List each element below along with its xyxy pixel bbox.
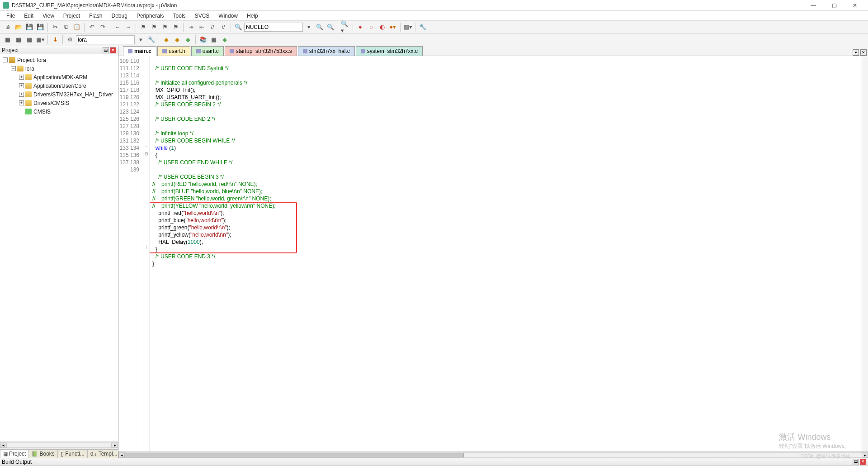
select-packs-icon[interactable]: ◆ [172, 35, 182, 45]
menu-debug[interactable]: Debug [107, 12, 132, 20]
file-tab-main[interactable]: main.c [123, 46, 156, 56]
breakpoint-red-icon[interactable]: ● [355, 22, 365, 32]
scroll-left-icon[interactable]: ◂ [0, 442, 6, 448]
output-pin-icon[interactable]: ⬓ [853, 459, 859, 465]
tree-target[interactable]: −lora [0, 64, 118, 73]
manage-icon[interactable]: ▦ [209, 35, 219, 45]
menu-help[interactable]: Help [242, 12, 263, 20]
tree-project-root[interactable]: −Project: lora [0, 56, 118, 64]
tab-close-icon[interactable]: ✕ [860, 49, 867, 56]
fold-margin[interactable]: −⊟└ [143, 56, 150, 452]
breakpoint-kill-icon[interactable]: ◐ [377, 22, 387, 32]
menu-edit[interactable]: Edit [19, 12, 38, 20]
find-icon[interactable]: 🔍 [233, 22, 243, 32]
tree-folder-haldriver[interactable]: +Drivers/STM32H7xx_HAL_Driver [0, 90, 118, 99]
tab-project[interactable]: ▦ Project [0, 449, 29, 458]
app-icon [3, 2, 9, 9]
save-all-icon[interactable]: 💾 [35, 22, 45, 32]
file-tab-startup[interactable]: startup_stm32h753xx.s [225, 46, 297, 56]
file-tabs: main.c usart.h usart.c startup_stm32h753… [118, 46, 868, 56]
hscroll-thumb[interactable] [125, 453, 464, 457]
editor-vscroll[interactable] [862, 56, 868, 452]
code-editor[interactable]: 109 110 111 112 113 114 115 116 117 118 … [118, 56, 868, 452]
download-icon[interactable]: ⬇ [50, 35, 60, 45]
menu-tools[interactable]: Tools [169, 12, 190, 20]
code-content[interactable]: /* USER CODE END SysInit */ /* Initializ… [150, 56, 868, 452]
menu-view[interactable]: View [38, 12, 59, 20]
comment-icon[interactable]: // [208, 22, 217, 32]
tree-folder-cmsis[interactable]: +Drivers/CMSIS [0, 99, 118, 107]
hscroll-right-icon[interactable]: ▸ [862, 452, 868, 458]
menu-peripherals[interactable]: Peripherals [132, 12, 169, 20]
minimize-button[interactable]: — [803, 0, 824, 10]
redo-icon[interactable]: ↷ [98, 22, 108, 32]
rebuild-icon[interactable]: ▦ [24, 35, 34, 45]
hscroll-left-icon[interactable]: ◂ [118, 452, 125, 458]
cut-icon[interactable]: ✂ [50, 22, 60, 32]
panel-close-icon[interactable]: ✕ [110, 47, 116, 53]
incremental-find-icon[interactable]: 🔍 [326, 22, 335, 32]
outdent-icon[interactable]: ⇤ [197, 22, 207, 32]
find-in-files-icon[interactable]: 🔍 [315, 22, 325, 32]
bookmark-icon[interactable]: ⚑ [138, 22, 148, 32]
file-tab-usart-h[interactable]: usart.h [157, 46, 190, 56]
menu-flash[interactable]: Flash [85, 12, 107, 20]
editor-hscroll[interactable]: ◂ ▸ [118, 452, 868, 458]
panel-pin-icon[interactable]: ⬓ [103, 47, 109, 53]
tree-folder-mdkarm[interactable]: +Application/MDK-ARM [0, 73, 118, 81]
menu-file[interactable]: File [2, 12, 19, 20]
tab-templates[interactable]: 0.↓ Templ... [87, 449, 118, 458]
target-dropdown-icon[interactable]: ▾ [136, 35, 146, 45]
breakpoint-disable-icon[interactable]: ○ [366, 22, 376, 32]
target-options-icon[interactable]: ⚙ [65, 35, 75, 45]
window-layout-icon[interactable]: ▦▾ [403, 22, 413, 32]
scroll-track[interactable] [6, 442, 112, 448]
file-tab-usart-c[interactable]: usart.c [191, 46, 224, 56]
open-file-icon[interactable]: 📂 [14, 22, 24, 32]
tab-dropdown-icon[interactable]: ▾ [853, 49, 859, 56]
tree-folder-usercore[interactable]: +Application/User/Core [0, 81, 118, 90]
target-select[interactable] [76, 35, 135, 44]
batch-build-icon[interactable]: ▦▾ [35, 35, 45, 45]
bookmark-next-icon[interactable]: ⚑ [160, 22, 170, 32]
indent-icon[interactable]: ⇥ [186, 22, 196, 32]
close-button[interactable]: ✕ [844, 0, 865, 10]
line-gutter: 109 110 111 112 113 114 115 116 117 118 … [118, 56, 143, 452]
build-icon[interactable]: ▦ [14, 35, 24, 45]
manage-rtenv-icon[interactable]: ◆ [161, 35, 171, 45]
tab-books[interactable]: 📗 Books [28, 449, 57, 458]
find-input[interactable] [244, 23, 303, 32]
new-file-icon[interactable]: 🗎 [3, 22, 13, 32]
debug-start-icon[interactable]: 🔍▾ [340, 22, 350, 32]
maximize-button[interactable]: ▢ [824, 0, 844, 10]
bookmark-clear-icon[interactable]: ⚑ [171, 22, 181, 32]
uncomment-icon[interactable]: // [218, 22, 228, 32]
menu-project[interactable]: Project [59, 12, 85, 20]
configure-icon[interactable]: 🔧 [418, 22, 428, 32]
project-hscroll[interactable]: ◂ ▸ [0, 442, 118, 448]
menu-svcs[interactable]: SVCS [190, 12, 214, 20]
options-icon[interactable]: 🔧 [146, 35, 156, 45]
paste-icon[interactable]: 📋 [72, 22, 82, 32]
file-tab-hal[interactable]: stm32h7xx_hal.c [298, 46, 355, 56]
books-icon[interactable]: 📚 [198, 35, 208, 45]
project-tree[interactable]: −Project: lora −lora +Application/MDK-AR… [0, 54, 118, 442]
menu-window[interactable]: Window [214, 12, 242, 20]
translate-icon[interactable]: ▦ [3, 35, 13, 45]
pack-installer-icon[interactable]: ◆ [183, 35, 193, 45]
bookmark-prev-icon[interactable]: ⚑ [149, 22, 159, 32]
nav-fwd-icon[interactable]: → [123, 22, 133, 32]
undo-icon[interactable]: ↶ [87, 22, 97, 32]
scroll-right-icon[interactable]: ▸ [112, 442, 118, 448]
tree-cmsis-component[interactable]: CMSIS [0, 107, 118, 116]
file-tab-system[interactable]: system_stm32h7xx.c [356, 46, 423, 56]
build-output-header: Build Output ⬓ ✕ [0, 458, 868, 466]
output-close-icon[interactable]: ✕ [860, 459, 866, 465]
breakpoint-window-icon[interactable]: ●▾ [388, 22, 398, 32]
find-dropdown-icon[interactable]: ▾ [304, 22, 314, 32]
save-icon[interactable]: 💾 [24, 22, 34, 32]
copy-icon[interactable]: ⧉ [61, 22, 71, 32]
nav-back-icon[interactable]: ← [113, 22, 123, 32]
tab-functions[interactable]: {} Functi... [57, 449, 88, 458]
git-icon[interactable]: ◆ [220, 35, 230, 45]
